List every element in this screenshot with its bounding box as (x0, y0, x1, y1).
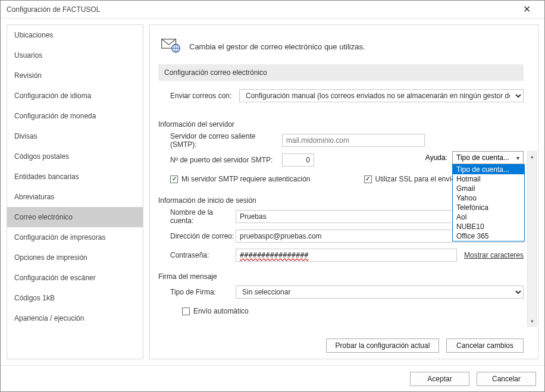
sidebar-item-codigos-1kb[interactable]: Códigos 1kB (7, 288, 143, 308)
row-auto-send: Envío automático (158, 303, 524, 319)
help-label: Ayuda: (425, 153, 447, 162)
sidebar-item-codigos-postales[interactable]: Códigos postales (7, 146, 143, 167)
password-label: Contraseña: (158, 251, 236, 259)
option-office365[interactable]: Office 365 (453, 231, 524, 241)
row-smtp-server: Servidor de correo saliente (SMTP): (158, 132, 524, 149)
close-icon[interactable]: ✕ (515, 4, 538, 15)
section-title: Configuración correo electrónico (158, 64, 524, 81)
smtp-auth-checkbox-row[interactable]: Mi servidor SMTP requiere autenticación (170, 175, 311, 183)
window-title: Configuración de FACTUSOL (7, 5, 515, 14)
row-send-with: Enviar correos con: Configuración manual… (158, 88, 524, 104)
password-input[interactable]: ################ (240, 251, 309, 259)
panel-header: Cambia el gestor de correo electrónico q… (158, 33, 524, 64)
main-panel: Cambia el gestor de correo electrónico q… (149, 24, 538, 359)
option-hotmail[interactable]: Hotmail (453, 174, 524, 184)
cancel-button[interactable]: Cancelar (477, 372, 536, 386)
send-with-label: Enviar correos con: (158, 92, 236, 100)
sidebar-item-apariencia[interactable]: Apariencia / ejecución (7, 308, 143, 328)
signature-type-select[interactable]: Sin seleccionar (236, 286, 524, 299)
server-info-heading: Información del servidor (158, 107, 524, 132)
signature-type-label: Tipo de Firma: (158, 288, 236, 296)
checkbox-icon (364, 175, 372, 183)
sidebar-item-idioma[interactable]: Configuración de idioma (7, 86, 143, 106)
account-name-label: Nombre de la cuenta: (158, 208, 236, 225)
test-config-button[interactable]: Probar la configuración actual (326, 338, 439, 353)
dialog-footer: Aceptar Cancelar (1, 365, 544, 391)
sidebar-item-moneda[interactable]: Configuración de moneda (7, 106, 143, 126)
scrollbar-track[interactable] (528, 161, 536, 316)
smtp-auth-label: Mi servidor SMTP requiere autenticación (181, 175, 311, 183)
option-gmail[interactable]: Gmail (453, 184, 524, 193)
sidebar-item-impresoras[interactable]: Configuración de impresoras (7, 227, 143, 247)
titlebar: Configuración de FACTUSOL ✕ (1, 1, 544, 18)
smtp-port-input[interactable] (282, 153, 314, 167)
help-row: Ayuda: Tipo de cuenta... ▾ Tipo de cuent… (425, 151, 524, 164)
option-nube10[interactable]: NUBE10 (453, 222, 524, 231)
accept-button[interactable]: Aceptar (410, 372, 469, 386)
account-type-listbox[interactable]: Tipo de cuenta... Hotmail Gmail Yahoo Te… (452, 164, 525, 242)
vertical-scrollbar[interactable]: ▴ ▾ (527, 151, 537, 327)
sidebar-item-abreviaturas[interactable]: Abreviaturas (7, 187, 143, 207)
option-yahoo[interactable]: Yahoo (453, 193, 524, 203)
main-content: Cambia el gestor de correo electrónico q… (150, 25, 538, 333)
scroll-up-icon[interactable]: ▴ (528, 152, 536, 161)
send-with-select[interactable]: Configuración manual (los correos enviad… (239, 89, 524, 102)
sidebar-item-ubicaciones[interactable]: Ubicaciones (7, 25, 143, 45)
row-signature-type: Tipo de Firma: Sin seleccionar (158, 284, 524, 300)
option-telefonica[interactable]: Telefónica (453, 203, 524, 212)
row-password: Contraseña: ################ Mostrar car… (158, 247, 524, 263)
chevron-down-icon: ▾ (516, 155, 519, 161)
scroll-down-icon[interactable]: ▾ (528, 316, 536, 326)
sidebar-item-revision[interactable]: Revisión (7, 65, 143, 86)
panel-heading: Cambia el gestor de correo electrónico q… (189, 42, 365, 51)
sidebar-item-correo-electronico[interactable]: Correo electrónico (7, 207, 143, 227)
checkbox-icon (170, 175, 178, 183)
option-tipo-de-cuenta[interactable]: Tipo de cuenta... (453, 165, 524, 174)
sidebar-item-entidades-bancarias[interactable]: Entidades bancarias (7, 167, 143, 187)
email-label: Dirección de correo: (158, 232, 236, 240)
mail-globe-icon (161, 37, 181, 56)
sidebar-item-divisas[interactable]: Divisas (7, 126, 143, 146)
checkbox-icon (182, 308, 190, 315)
sidebar-item-usuarios[interactable]: Usuarios (7, 45, 143, 65)
sidebar-item-opciones-impresion[interactable]: Opciones de impresión (7, 247, 143, 268)
body: Ubicaciones Usuarios Revisión Configurac… (1, 18, 544, 365)
sidebar-item-escaner[interactable]: Configuración de escáner (7, 268, 143, 288)
smtp-server-label: Servidor de correo saliente (SMTP): (158, 132, 282, 149)
panel-buttons: Probar la configuración actual Cancelar … (150, 333, 538, 359)
auto-send-checkbox-row[interactable]: Envío automático (182, 307, 249, 315)
account-type-selected: Tipo de cuenta... (456, 153, 509, 162)
sidebar: Ubicaciones Usuarios Revisión Configurac… (7, 24, 143, 359)
auto-send-label: Envío automático (193, 307, 249, 315)
option-aol[interactable]: Aol (453, 212, 524, 222)
smtp-port-label: Nº de puerto del servidor SMTP: (158, 156, 282, 164)
account-type-dropdown[interactable]: Tipo de cuenta... ▾ Tipo de cuenta... Ho… (452, 151, 524, 164)
smtp-server-input[interactable] (282, 134, 425, 147)
signature-heading: Firma del mensaje (158, 266, 524, 284)
use-ssl-checkbox-row[interactable]: Utilizar SSL para el envío de (364, 175, 466, 183)
show-characters-link[interactable]: Mostrar caracteres (464, 251, 524, 259)
cancel-changes-button[interactable]: Cancelar cambios (446, 338, 524, 353)
config-window: Configuración de FACTUSOL ✕ Ubicaciones … (0, 0, 545, 392)
